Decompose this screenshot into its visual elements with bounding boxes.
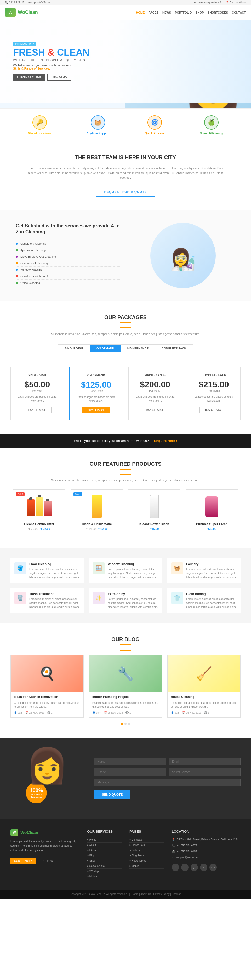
blog-meta: 👤 sam 📅 25 Nov, 2013 💬 1 [92,711,159,714]
footer-services-title: Our Services [87,829,122,834]
tab-single-visit[interactable]: SINGLE VISIT [58,345,90,352]
nav-shop[interactable]: Shop [195,11,204,14]
logo-text: WoClean [18,10,38,15]
main-nav: W WoClean Home Pages News Portfolio Shop… [0,5,251,20]
tab-maintenance[interactable]: MAINTENANCE [121,345,155,352]
services-grid: 🪣 Floor Cleaning Lorem ipsum dolor sit a… [10,558,241,613]
nav-contact[interactable]: Contact [232,11,246,14]
footer-twitter-button[interactable]: FOLLOW US [38,858,61,864]
list-item: » Mobile [129,864,164,869]
hero-link[interactable]: Skills & Range of Services. [13,67,50,70]
pkg-period: Per Visit [16,390,59,392]
enquire-link[interactable]: Enquire Here ! [154,439,177,443]
blog-author: 👤 sam [92,711,101,714]
footer-pages: Pages » Contacts » Linked Join » Gallery… [129,829,164,879]
new-price: ₹ 12.00 [98,527,108,530]
rss-icon[interactable]: rss [209,864,217,871]
pkg-price: $50.00 [16,380,59,390]
products-subtitle: Suspendisse urna nibh, viverra non, semp… [10,479,241,482]
blog-comments: 💬 1 [204,711,209,714]
logo-icon: W [5,8,16,17]
blog-post-title[interactable]: Indoor Plumbing Project [92,695,159,699]
service-trash-treatment: 🗑️ Trash Treatment Lorem ipsum dolor sit… [10,588,84,613]
service-window-cleaning: 🪟 Window Cleaning Lorem ipsum dolor sit … [89,558,162,583]
global-locations-icon: 🔑 [32,115,47,130]
service-floor-cleaning: 🪣 Floor Cleaning Lorem ipsum dolor sit a… [10,558,84,583]
pkg-price: $215.00 [193,380,235,390]
logo[interactable]: W WoClean [5,8,38,17]
google-icon[interactable]: g+ [190,864,198,871]
send-quote-button[interactable]: SEND QUOTE [94,790,131,799]
purchase-theme-button[interactable]: PURCHASE THEME [13,74,45,81]
blog-date: 📅 25 Nov, 2013 [104,711,123,714]
treatment-icon: 🗑️ [14,592,26,604]
blog-img-icon: 🧹 [196,666,212,681]
new-price: ₹35.00 [207,527,216,530]
buy-service-button[interactable]: BUY SERVICE [200,407,228,413]
packages-divider [120,327,131,328]
product-price: ₹35.00 [190,527,234,531]
list-item: » Contacts [129,837,164,843]
email-input[interactable] [169,757,241,765]
footer-contact: 📍 75 Thornfield Street, Balcom Avenue, B… [172,837,241,860]
any-question[interactable]: ✦ Have any questions? [194,1,221,4]
blog-date: 📅 25 Nov, 2013 [182,711,201,714]
facebook-icon[interactable]: f [172,864,179,871]
guarantee-text: SatisfactionGuaranteed [30,794,42,798]
nav-home[interactable]: Home [136,11,145,14]
blog-title: Our Blog [10,636,241,645]
quote-person-emoji: 👩 [26,748,68,783]
nav-news[interactable]: News [162,11,171,14]
email-info: ✉ support@fff.com [29,1,50,4]
footer-pages-title: Pages [129,829,164,834]
service-select-input[interactable] [169,768,241,776]
list-item: Commercial Cleaning [16,260,120,267]
blog-post-title[interactable]: House Cleaning [171,695,237,699]
list-item: » SV Map [87,869,122,874]
dot-icon [16,242,18,245]
best-team-title: THE BEST TEAM IS HERE IN YOUR CITY [26,154,225,161]
buy-service-button[interactable]: BUY SERVICE [141,407,169,413]
our-locations[interactable]: 📍 Our Locations [225,1,246,4]
hero-buttons: PURCHASE THEME VIEW DEMO [13,74,90,81]
pkg-price: $125.00 [75,380,118,390]
nav-pages[interactable]: Pages [149,11,158,14]
service-cloth-ironing: 👕 Cloth Ironing Lorem ipsum dolor sit am… [167,588,241,613]
speed-efficiently-label: Speed Efficiently [200,132,223,135]
buy-service-featured-button[interactable]: BUY SERVICE [82,407,110,414]
footer-location-title: Location [172,829,241,834]
nav-portfolio[interactable]: Portfolio [175,11,192,14]
linkedin-icon[interactable]: in [200,864,207,871]
blog-dot-2[interactable] [125,723,126,725]
tab-complete-pack[interactable]: COMPLETE PACK [155,345,193,352]
view-demo-button[interactable]: VIEW DEMO [47,74,71,81]
phone-input[interactable] [94,768,166,776]
twitter-icon[interactable]: t [181,864,189,871]
footer-credits: Home | About Us | Privacy Policy | Sitem… [131,893,181,896]
tab-on-demand[interactable]: ON DEMAND [90,345,121,352]
blog-post-title[interactable]: Ideas For Kitchen Renovation [14,695,80,699]
blog-dot-3[interactable] [128,723,130,725]
buy-service-button[interactable]: BUY SERVICE [23,407,51,413]
footer-charity-button[interactable]: OUR CHARITY [10,858,36,864]
feature-anytime-support: 🧺 Anytime Support [86,115,110,135]
global-locations-label: Global Locations [28,132,51,135]
pkg-desc: Extra charges are based on extra work ta… [134,395,176,403]
service-desc: Lorem ipsum dolor sit amet, consectetuer… [29,597,80,609]
services-intro-section: Get Satisfied with the services we provi… [0,210,251,301]
service-info: Extra Shiny Lorem ipsum dolor sit amet, … [108,592,158,609]
nav-shortcodes[interactable]: Shortcodes [208,11,228,14]
hero-content: INTRODUCTORY FRESH & CLEAN WE HAVE THE B… [13,42,90,81]
list-item: » Gallery [129,848,164,853]
footer-services: Our Services » Home » About » FAQs » Blo… [87,829,122,879]
best-team-body: Lorem ipsum dolor sit amet, consectetuer… [26,166,225,180]
product-badge: Sale! [74,492,82,496]
request-quote-button[interactable]: REQUEST FOR A QUOTE [96,187,155,197]
product-bottles [27,497,52,516]
package-single-visit: SINGLE VISIT $50.00 Per Visit Extra char… [10,367,64,420]
hero-badge: INTRODUCTORY [13,42,36,46]
name-input[interactable] [94,757,166,765]
message-input[interactable] [94,778,241,786]
service-extra-shiny: ✨ Extra Shiny Lorem ipsum dolor sit amet… [89,588,162,613]
blog-dot-1[interactable] [121,723,123,725]
